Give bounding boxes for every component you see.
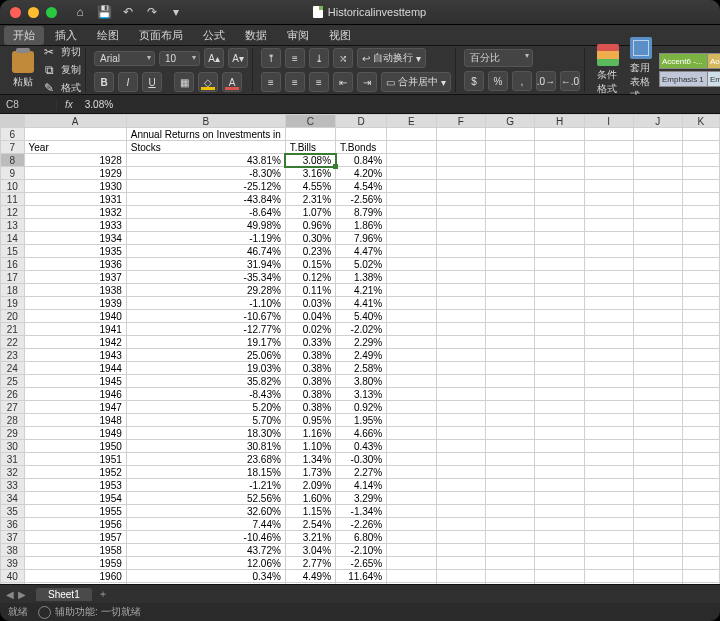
cell[interactable]: 1.15% bbox=[285, 505, 335, 518]
cell[interactable] bbox=[682, 206, 719, 219]
cell[interactable] bbox=[682, 258, 719, 271]
cell[interactable]: -1.34% bbox=[336, 505, 387, 518]
cell[interactable] bbox=[485, 531, 535, 544]
decrease-font-button[interactable]: A▾ bbox=[228, 48, 248, 68]
cell[interactable] bbox=[633, 531, 682, 544]
cell[interactable]: 19.17% bbox=[126, 336, 285, 349]
cell[interactable] bbox=[485, 453, 535, 466]
cell[interactable] bbox=[387, 271, 436, 284]
cell[interactable] bbox=[584, 154, 633, 167]
cell[interactable] bbox=[436, 271, 485, 284]
cell[interactable] bbox=[485, 492, 535, 505]
row-header[interactable]: 35 bbox=[1, 505, 25, 518]
cell[interactable] bbox=[387, 505, 436, 518]
cell[interactable]: 35.82% bbox=[126, 375, 285, 388]
cell[interactable]: 2.31% bbox=[285, 193, 335, 206]
cell[interactable]: 3.80% bbox=[336, 375, 387, 388]
cell[interactable]: 1.95% bbox=[336, 414, 387, 427]
cell[interactable]: 1958 bbox=[24, 544, 126, 557]
cell[interactable] bbox=[682, 349, 719, 362]
cell[interactable]: 0.96% bbox=[285, 219, 335, 232]
cell[interactable] bbox=[682, 284, 719, 297]
row-header[interactable]: 39 bbox=[1, 557, 25, 570]
border-button[interactable]: ▦ bbox=[174, 72, 194, 92]
cell[interactable] bbox=[387, 414, 436, 427]
cell[interactable]: 1946 bbox=[24, 388, 126, 401]
cell[interactable] bbox=[535, 271, 584, 284]
cell[interactable] bbox=[436, 440, 485, 453]
zoom-window-button[interactable] bbox=[46, 7, 57, 18]
cell[interactable] bbox=[535, 297, 584, 310]
cell[interactable]: 1956 bbox=[24, 518, 126, 531]
row-header[interactable]: 37 bbox=[1, 531, 25, 544]
cell[interactable] bbox=[436, 544, 485, 557]
cell[interactable]: 5.20% bbox=[126, 401, 285, 414]
cell[interactable] bbox=[682, 375, 719, 388]
cell[interactable] bbox=[387, 492, 436, 505]
cell[interactable] bbox=[387, 323, 436, 336]
cell[interactable] bbox=[387, 206, 436, 219]
cell[interactable]: 4.21% bbox=[336, 284, 387, 297]
cell[interactable] bbox=[682, 167, 719, 180]
cell[interactable]: 31.94% bbox=[126, 258, 285, 271]
cell[interactable] bbox=[387, 232, 436, 245]
cell[interactable] bbox=[682, 414, 719, 427]
cell[interactable]: 2.27% bbox=[336, 466, 387, 479]
row-header[interactable]: 38 bbox=[1, 544, 25, 557]
cell[interactable] bbox=[387, 453, 436, 466]
cell[interactable]: -8.43% bbox=[126, 388, 285, 401]
cell[interactable]: 23.68% bbox=[126, 453, 285, 466]
cell[interactable]: 0.38% bbox=[285, 362, 335, 375]
cell[interactable] bbox=[682, 336, 719, 349]
cell[interactable]: 2.06% bbox=[336, 583, 387, 585]
cell[interactable] bbox=[682, 557, 719, 570]
row-header[interactable]: 22 bbox=[1, 336, 25, 349]
cell[interactable] bbox=[633, 479, 682, 492]
cell[interactable] bbox=[633, 219, 682, 232]
cell[interactable]: 1935 bbox=[24, 245, 126, 258]
cell[interactable]: 1937 bbox=[24, 271, 126, 284]
cell[interactable] bbox=[682, 219, 719, 232]
cell[interactable] bbox=[584, 349, 633, 362]
cell[interactable] bbox=[584, 453, 633, 466]
redo-icon[interactable]: ↷ bbox=[145, 5, 159, 19]
increase-font-button[interactable]: A▴ bbox=[204, 48, 224, 68]
align-middle-button[interactable]: ≡ bbox=[285, 48, 305, 68]
cell[interactable]: 2.49% bbox=[336, 349, 387, 362]
cell[interactable] bbox=[436, 141, 485, 154]
cell[interactable] bbox=[682, 128, 719, 141]
cell[interactable] bbox=[535, 167, 584, 180]
row-header[interactable]: 25 bbox=[1, 375, 25, 388]
cell[interactable] bbox=[682, 141, 719, 154]
cell[interactable] bbox=[584, 388, 633, 401]
cell[interactable] bbox=[633, 544, 682, 557]
cell[interactable]: 1.34% bbox=[285, 453, 335, 466]
cell[interactable] bbox=[387, 349, 436, 362]
sheet-tab-active[interactable]: Sheet1 bbox=[36, 588, 92, 601]
cell[interactable] bbox=[535, 453, 584, 466]
cell[interactable] bbox=[584, 180, 633, 193]
cell[interactable] bbox=[535, 505, 584, 518]
cell[interactable]: 1.73% bbox=[285, 466, 335, 479]
cell[interactable] bbox=[682, 427, 719, 440]
home-icon[interactable]: ⌂ bbox=[73, 5, 87, 19]
cell[interactable] bbox=[584, 492, 633, 505]
cell[interactable]: -2.56% bbox=[336, 193, 387, 206]
cell[interactable] bbox=[584, 427, 633, 440]
row-header[interactable]: 26 bbox=[1, 388, 25, 401]
row-header[interactable]: 31 bbox=[1, 453, 25, 466]
cell[interactable]: 2.54% bbox=[285, 518, 335, 531]
cell[interactable] bbox=[387, 401, 436, 414]
cell[interactable] bbox=[535, 323, 584, 336]
cell[interactable] bbox=[633, 284, 682, 297]
cell[interactable] bbox=[387, 245, 436, 258]
cell[interactable]: 1.38% bbox=[336, 271, 387, 284]
cell[interactable] bbox=[387, 375, 436, 388]
cell[interactable] bbox=[285, 128, 335, 141]
cell[interactable]: 3.16% bbox=[285, 167, 335, 180]
cell[interactable]: Annual Returns on Investments in bbox=[126, 128, 285, 141]
cell[interactable] bbox=[436, 427, 485, 440]
conditional-formatting-button[interactable]: 条件格式 bbox=[593, 42, 623, 98]
cell[interactable]: 26.64% bbox=[126, 583, 285, 585]
row-header[interactable]: 36 bbox=[1, 518, 25, 531]
